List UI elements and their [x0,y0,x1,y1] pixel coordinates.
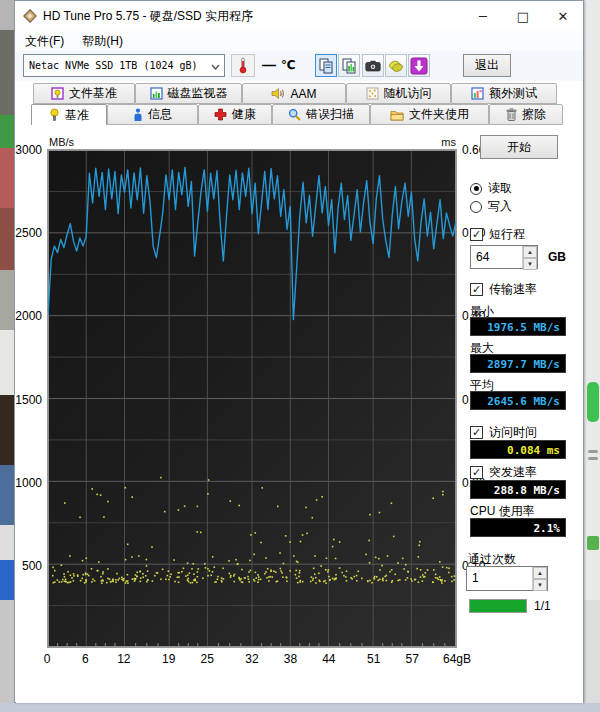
access-time-label: 访问时间 [489,424,537,441]
axis-tick-label: 2000 [15,309,42,323]
tab-row-primary: 基准 信息 健康 错误扫描 文件夹使用 擦除 [31,104,563,125]
axis-tick-label: 51 [357,652,391,666]
menu-help[interactable]: 帮助(H) [82,33,123,50]
download-button[interactable] [408,54,430,77]
radio-read[interactable]: 读取 [470,180,512,197]
desktop: { "window": { "title": "HD Tune Pro 5.75… [0,0,600,712]
tab-row-secondary: 文件基准 磁盘监视器 AAM 随机访问 额外测试 [33,83,557,104]
title-bar[interactable]: HD Tune Pro 5.75 - 硬盘/SSD 实用程序 ─ □ ✕ [15,1,583,31]
close-button[interactable]: ✕ [543,1,583,31]
axis-tick-label: 57 [395,652,429,666]
burst-rate-checkbox[interactable]: ✓ 突发速率 [470,464,537,481]
divider [460,298,580,299]
start-button[interactable]: 开始 [480,135,558,159]
tab-label: 文件夹使用 [409,106,469,123]
info-icon [133,108,143,122]
transfer-rate-checkbox[interactable]: ✓ 传输速率 [470,281,537,298]
tab-label: 健康 [232,106,256,123]
thermometer-icon [239,57,247,74]
tab-error-scan[interactable]: 错误扫描 [272,104,370,125]
divider [460,418,580,419]
temperature-value: — [262,57,276,73]
radio-write-control[interactable] [470,201,482,213]
tab-label: 基准 [65,107,89,124]
save-results-icon [388,59,404,73]
checkbox-icon[interactable]: ✓ [470,466,483,479]
checkbox-icon[interactable]: ✓ [470,228,483,241]
copy-image-button[interactable] [338,54,360,77]
axis-tick-label: 38 [273,652,307,666]
tab-info[interactable]: 信息 [107,104,198,125]
pass-count-value[interactable]: 1 [467,567,532,590]
benchmark-chart [47,149,457,648]
tab-aam[interactable]: AAM [242,83,346,104]
max-value-display: 2897.7 MB/s [470,354,566,373]
checkbox-icon[interactable]: ✓ [470,426,483,439]
error-scan-icon [288,108,301,121]
stepper-up-icon[interactable]: ▲ [533,567,547,579]
benchmark-panel: MB/s ms 30002500200015001000500 0.600.50… [16,125,583,703]
tab-file-benchmark[interactable]: 文件基准 [33,83,135,104]
camera-icon [365,60,381,72]
radio-read-control[interactable] [470,183,482,195]
tab-erase[interactable]: 擦除 [489,104,563,125]
axis-tick-label: 25 [190,652,224,666]
axis-tick-label: 3000 [15,143,42,157]
cpu-usage-display: 2.1% [470,518,566,537]
right-axis-unit: ms [416,136,456,148]
maximize-button[interactable]: □ [503,1,543,31]
tab-disk-monitor[interactable]: 磁盘监视器 [135,83,242,104]
desktop-bottom-strip [0,703,600,712]
tab-label: 文件基准 [69,85,117,102]
chevron-down-icon [206,59,224,73]
drive-select[interactable]: Netac NVMe SSD 1TB (1024 gB) [23,54,225,77]
radio-write-label: 写入 [488,198,512,215]
tab-extra-tests[interactable]: 额外测试 [451,83,557,104]
menu-file[interactable]: 文件(F) [25,33,64,50]
short-stroke-size-value[interactable]: 64 [471,246,522,268]
aam-icon [271,87,285,100]
stepper-down-icon[interactable]: ▼ [533,579,547,591]
desktop-left-strip [0,0,14,712]
radio-write[interactable]: 写入 [470,198,512,215]
axis-tick-label: 0 [30,652,64,666]
temperature-indicator [231,54,255,77]
radio-read-label: 读取 [488,180,512,197]
checkbox-icon[interactable]: ✓ [470,283,483,296]
burst-rate-display: 288.8 MB/s [470,480,566,499]
stepper-down-icon[interactable]: ▼ [523,258,537,270]
drive-select-value: Netac NVMe SSD 1TB (1024 gB) [24,60,206,71]
screenshot-button[interactable] [362,54,384,77]
tab-random-access[interactable]: 随机访问 [346,83,451,104]
progress-fill [470,600,526,612]
pass-count-stepper[interactable]: 1 ▲▼ [466,566,548,591]
access-time-checkbox[interactable]: ✓ 访问时间 [470,424,537,441]
short-stroke-size-stepper[interactable]: 64 ▲▼ [470,245,538,269]
app-logo-icon [23,9,37,23]
access-time-display: 0.084 ms [470,440,566,459]
tab-label: AAM [290,87,316,101]
folder-usage-icon [390,109,404,121]
tab-health[interactable]: 健康 [198,104,272,125]
tab-folder-usage[interactable]: 文件夹使用 [370,104,489,125]
short-stroke-checkbox[interactable]: ✓ 短行程 [470,226,525,243]
copy-image-icon [342,58,357,74]
stepper-up-icon[interactable]: ▲ [523,246,537,258]
tab-label: 擦除 [522,106,546,123]
save-results-button[interactable] [385,54,407,77]
toolbar: Netac NVMe SSD 1TB (1024 gB) — ℃ [15,51,583,81]
left-axis-unit: MB/s [49,136,74,148]
copy-text-icon [319,58,334,74]
copy-text-button[interactable] [315,54,337,77]
exit-button[interactable]: 退出 [463,54,511,77]
desktop-right-strip [583,0,600,712]
transfer-rate-label: 传输速率 [489,281,537,298]
tab-benchmark[interactable]: 基准 [31,104,107,125]
axis-tick-label: 19 [152,652,186,666]
extra-tests-icon [471,87,484,100]
burst-rate-label: 突发速率 [489,464,537,481]
minimize-button[interactable]: ─ [463,1,503,31]
file-benchmark-icon [51,87,64,100]
chart-canvas [48,150,456,647]
divider [460,218,580,219]
